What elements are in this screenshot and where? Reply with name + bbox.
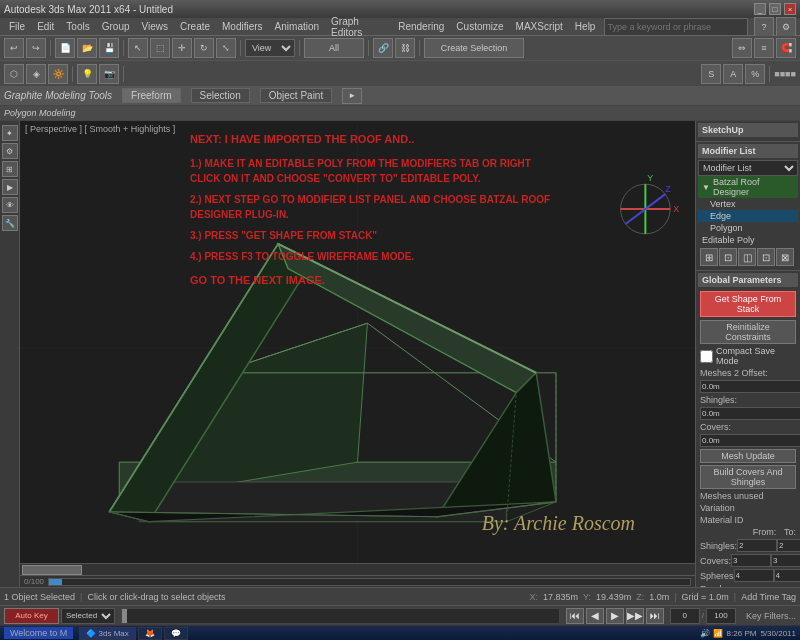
modifier-dropdown[interactable]: Modifier List <box>698 160 798 176</box>
auto-key-btn[interactable]: Auto Key <box>4 608 59 624</box>
progress-track[interactable] <box>48 578 691 586</box>
menu-create[interactable]: Create <box>175 20 215 33</box>
menu-customize[interactable]: Customize <box>451 20 508 33</box>
align-btn[interactable]: ≡ <box>754 38 774 58</box>
search-input[interactable] <box>604 18 748 36</box>
taskbar-3dsmax[interactable]: 🔷 3ds Max <box>79 627 135 640</box>
utilities-tool-btn[interactable]: 🔧 <box>2 215 18 231</box>
mod-icon-5[interactable]: ⊠ <box>776 248 794 266</box>
menu-rendering[interactable]: Rendering <box>393 20 449 33</box>
timeline-track[interactable] <box>121 608 560 624</box>
shingles-input-row: ▲ ▼ <box>698 406 798 421</box>
snap-btn[interactable]: 🧲 <box>776 38 796 58</box>
menu-animation[interactable]: Animation <box>270 20 324 33</box>
menu-tools[interactable]: Tools <box>61 20 94 33</box>
motion-tool-btn[interactable]: ▶ <box>2 179 18 195</box>
snap-toggle-btn[interactable]: S <box>701 64 721 84</box>
display-tool-btn[interactable]: 👁 <box>2 197 18 213</box>
covers-from-input[interactable] <box>731 554 771 567</box>
material-btn[interactable]: ◈ <box>26 64 46 84</box>
covers-to-input[interactable] <box>771 554 800 567</box>
spheres-from-input[interactable] <box>734 569 774 582</box>
prev-frame-btn[interactable]: ⏮ <box>566 608 584 624</box>
mod-icon-1[interactable]: ⊞ <box>700 248 718 266</box>
scale-btn[interactable]: ⤡ <box>216 38 236 58</box>
hierarchy-tool-btn[interactable]: ⊞ <box>2 161 18 177</box>
taskbar-firefox[interactable]: 🦊 <box>138 627 162 640</box>
minimize-btn[interactable]: _ <box>754 3 766 15</box>
select-btn[interactable]: ↖ <box>128 38 148 58</box>
object-paint-tab[interactable]: Object Paint <box>260 88 332 103</box>
viewport-inner[interactable]: [ Perspective ] [ Smooth + Highlights ] <box>20 121 695 575</box>
click-drag-msg: Click or click-drag to select objects <box>87 592 225 602</box>
angle-snap-btn[interactable]: A <box>723 64 743 84</box>
selection-tab[interactable]: Selection <box>191 88 250 103</box>
menu-modifiers[interactable]: Modifiers <box>217 20 268 33</box>
mod-icon-2[interactable]: ⊡ <box>719 248 737 266</box>
menu-edit[interactable]: Edit <box>32 20 59 33</box>
taskbar-skype[interactable]: 💬 <box>164 627 188 640</box>
next-btn[interactable]: ▶▶ <box>626 608 644 624</box>
menu-help[interactable]: Help <box>570 20 601 33</box>
create-selection-btn[interactable]: Create Selection <box>424 38 524 58</box>
reinitialize-btn[interactable]: Reinitialize Constraints <box>700 320 796 344</box>
create-tool-btn[interactable]: ✦ <box>2 125 18 141</box>
menu-group[interactable]: Group <box>97 20 135 33</box>
unlink-btn[interactable]: ⛓ <box>395 38 415 58</box>
menu-file[interactable]: File <box>4 20 30 33</box>
mod-icon-3[interactable]: ◫ <box>738 248 756 266</box>
tree-edge[interactable]: Edge <box>698 210 798 222</box>
freeform-tab[interactable]: Freeform <box>122 88 181 103</box>
wire-btn[interactable]: ⬡ <box>4 64 24 84</box>
percent-snap-btn[interactable]: % <box>745 64 765 84</box>
mod-icon-4[interactable]: ⊡ <box>757 248 775 266</box>
new-btn[interactable]: 📄 <box>55 38 75 58</box>
spheres-to-input[interactable] <box>774 569 800 582</box>
viewport-scrollbar-h[interactable] <box>20 563 695 575</box>
render-btn[interactable]: 🔆 <box>48 64 68 84</box>
start-btn[interactable]: Welcome to M <box>4 627 73 639</box>
tree-polygon[interactable]: Polygon <box>698 222 798 234</box>
shingles-input[interactable] <box>700 407 800 420</box>
camera-btn[interactable]: 📷 <box>99 64 119 84</box>
tree-editable-poly[interactable]: Editable Poly <box>698 234 798 246</box>
prev-btn[interactable]: ◀ <box>586 608 604 624</box>
light-btn[interactable]: 💡 <box>77 64 97 84</box>
undo-btn[interactable]: ↩ <box>4 38 24 58</box>
menu-maxscript[interactable]: MAXScript <box>511 20 568 33</box>
current-frame-input[interactable] <box>670 608 700 624</box>
compact-save-checkbox[interactable] <box>700 350 713 363</box>
move-btn[interactable]: ✛ <box>172 38 192 58</box>
redo-btn[interactable]: ↪ <box>26 38 46 58</box>
layers-btn[interactable]: All <box>304 38 364 58</box>
reference-dropdown[interactable]: View World Local <box>245 39 295 57</box>
link-btn[interactable]: 🔗 <box>373 38 393 58</box>
modify-tool-btn[interactable]: ⚙ <box>2 143 18 159</box>
mirror-btn[interactable]: ⇔ <box>732 38 752 58</box>
tree-batzal[interactable]: ▼ Batzal Roof Designer <box>698 176 798 198</box>
save-btn[interactable]: 💾 <box>99 38 119 58</box>
help-icon-btn[interactable]: ? <box>754 17 774 37</box>
mesh-update-btn[interactable]: Mesh Update <box>700 449 796 463</box>
menu-graph-editors[interactable]: Graph Editors <box>326 15 391 39</box>
shingles-to-input[interactable] <box>777 539 800 552</box>
scrollbar-thumb-h[interactable] <box>22 565 82 575</box>
expand-btn[interactable]: ► <box>342 88 362 104</box>
shingles-from-input[interactable] <box>737 539 777 552</box>
covers-input[interactable] <box>700 434 800 447</box>
rotate-btn[interactable]: ↻ <box>194 38 214 58</box>
next-frame-btn[interactable]: ⏭ <box>646 608 664 624</box>
total-frames-input[interactable] <box>706 608 736 624</box>
close-btn[interactable]: × <box>784 3 796 15</box>
get-shape-btn[interactable]: Get Shape From Stack <box>700 291 796 317</box>
select-region-btn[interactable]: ⬚ <box>150 38 170 58</box>
maximize-btn[interactable]: □ <box>769 3 781 15</box>
open-btn[interactable]: 📂 <box>77 38 97 58</box>
meshes2-input[interactable] <box>700 380 800 393</box>
build-covers-btn[interactable]: Build Covers And Shingles <box>700 465 796 489</box>
selected-dropdown[interactable]: Selected <box>61 608 115 624</box>
play-btn[interactable]: ▶ <box>606 608 624 624</box>
tree-vertex[interactable]: Vertex <box>698 198 798 210</box>
menu-views[interactable]: Views <box>137 20 174 33</box>
settings-icon-btn[interactable]: ⚙ <box>776 17 796 37</box>
